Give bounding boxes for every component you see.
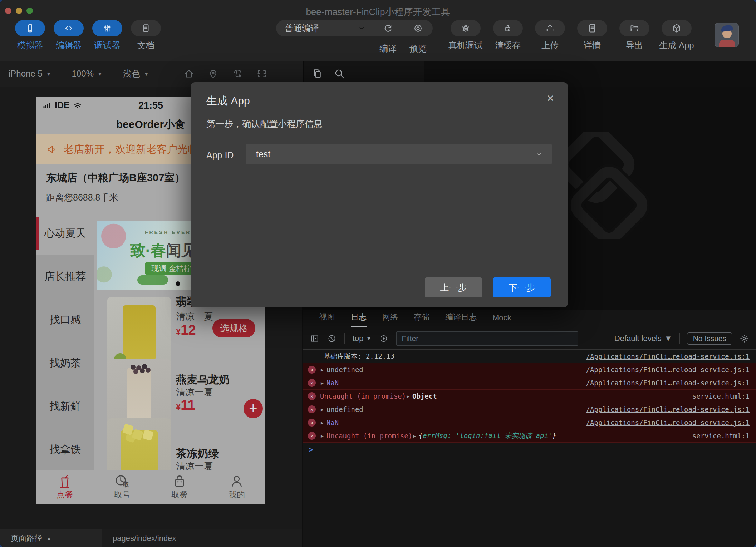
sidebar-item-category[interactable]: 找奶茶 bbox=[36, 341, 94, 385]
search-icon[interactable] bbox=[334, 68, 345, 79]
copy-page-icon[interactable] bbox=[311, 68, 323, 79]
phone-tab-bar: 点餐取取号取餐我的 bbox=[36, 470, 265, 504]
folder-icon bbox=[629, 23, 639, 33]
finclip-logo-watermark bbox=[556, 132, 649, 239]
zoom-select[interactable]: 100%▼ bbox=[72, 69, 103, 79]
previous-step-button[interactable]: 上一步 bbox=[425, 277, 482, 297]
product-desc: 清凉一夏 bbox=[176, 310, 213, 323]
context-select[interactable]: top▼ bbox=[353, 334, 371, 343]
console-row: ✕▶NaN/Applications/FinCli…reload-service… bbox=[303, 376, 756, 390]
device-select[interactable]: iPhone 5▼ bbox=[9, 69, 51, 79]
toolbar-bug-button[interactable]: 真机调试 bbox=[449, 20, 482, 51]
expand-caret-icon[interactable]: ▶ bbox=[321, 407, 324, 412]
log-text: 基础库版本: 2.12.13 bbox=[324, 352, 394, 361]
toolbar-doc-button[interactable]: 文档 bbox=[129, 20, 162, 51]
app-id-label: App ID bbox=[206, 150, 234, 161]
compile-button[interactable] bbox=[373, 20, 403, 36]
console-tab[interactable]: 日志 bbox=[351, 312, 367, 327]
clear-console-icon[interactable] bbox=[327, 334, 337, 343]
log-levels-select[interactable]: Default levels▼ bbox=[614, 334, 672, 343]
dock-panel-icon[interactable] bbox=[310, 334, 319, 343]
home-icon[interactable] bbox=[183, 68, 194, 79]
next-step-button[interactable]: 下一步 bbox=[493, 277, 551, 297]
error-icon: ✕ bbox=[308, 419, 316, 427]
scan-icon[interactable] bbox=[256, 68, 267, 79]
sidebar-item-category[interactable]: 找口感 bbox=[36, 298, 94, 341]
location-icon[interactable] bbox=[208, 68, 219, 79]
app-id-select[interactable]: test bbox=[246, 144, 552, 164]
toolbar-phone-label: 模拟器 bbox=[17, 40, 43, 51]
gear-icon[interactable] bbox=[740, 334, 749, 343]
expand-caret-icon[interactable]: ▶ bbox=[407, 394, 409, 399]
source-link[interactable]: service.html:1 bbox=[684, 392, 750, 400]
expand-caret-icon[interactable]: ▶ bbox=[321, 367, 324, 373]
choose-spec-button[interactable]: 选规格 bbox=[212, 319, 255, 337]
detail-icon bbox=[587, 23, 597, 33]
toolbar-code-button[interactable]: 编辑器 bbox=[52, 20, 85, 51]
compile-label: 编译 bbox=[379, 43, 397, 54]
sidebar-item-category[interactable]: 找拿铁 bbox=[36, 428, 94, 471]
theme-select[interactable]: 浅色▼ bbox=[123, 68, 149, 79]
add-item-button[interactable]: + bbox=[244, 399, 263, 418]
toolbar-upload-label: 上传 bbox=[541, 40, 559, 51]
expand-caret-icon[interactable]: ▶ bbox=[321, 420, 324, 425]
console-tab[interactable]: Mock bbox=[492, 313, 511, 327]
bug-icon bbox=[461, 23, 471, 33]
clock-icon: 取 bbox=[115, 474, 129, 488]
tab-user[interactable]: 我的 bbox=[208, 470, 265, 504]
toolbar-detail-label: 详情 bbox=[584, 40, 601, 51]
toolbar-upload-button[interactable]: 上传 bbox=[534, 20, 566, 51]
expand-caret-icon[interactable]: ▶ bbox=[413, 433, 416, 439]
source-link[interactable]: /Applications/FinCli…reload-service.js:1 bbox=[577, 366, 750, 374]
window-title: bee-master-FinClip小程序开发工具 bbox=[0, 6, 756, 18]
log-text: NaN bbox=[327, 379, 339, 387]
toolbar-phone-button[interactable]: 模拟器 bbox=[14, 20, 46, 51]
no-issues-button[interactable]: No Issues bbox=[687, 332, 732, 345]
product-desc: 清凉一夏 bbox=[176, 460, 213, 470]
dialog-title: 生成 App bbox=[206, 94, 250, 108]
toolbar-detail-button[interactable]: 详情 bbox=[576, 20, 609, 51]
console-tab[interactable]: 网络 bbox=[382, 312, 398, 327]
toolbar-cube-button[interactable]: 生成 App bbox=[660, 20, 693, 51]
tab-drink[interactable]: 点餐 bbox=[36, 470, 93, 504]
toolbar-folder-label: 导出 bbox=[626, 40, 643, 51]
carousel-dot bbox=[176, 281, 180, 286]
console-row: ✕▶undefined/Applications/FinCli…reload-s… bbox=[303, 403, 756, 416]
product-name: 茶冻奶绿 bbox=[176, 447, 219, 461]
compile-mode-select[interactable]: 普通编译 bbox=[276, 20, 373, 36]
toolbar-sliders-button[interactable]: 调试器 bbox=[91, 20, 124, 51]
toolbar-folder-button[interactable]: 导出 bbox=[618, 20, 651, 51]
expand-caret-icon[interactable]: ▶ bbox=[321, 433, 324, 439]
log-text: NaN bbox=[327, 419, 339, 427]
tab-bag[interactable]: 取餐 bbox=[151, 470, 208, 504]
source-link[interactable]: /Applications/FinCli…reload-service.js:1 bbox=[577, 419, 750, 427]
drink-icon bbox=[58, 474, 72, 488]
toolbar-broom-button[interactable]: 清缓存 bbox=[491, 20, 524, 51]
generate-app-dialog: 生成 App ✕ 第一步，确认配置小程序信息 App ID test 上一步 下… bbox=[191, 82, 568, 307]
close-icon[interactable]: ✕ bbox=[546, 93, 554, 104]
sidebar-item-category[interactable]: 店长推荐 bbox=[36, 255, 94, 298]
error-icon: ✕ bbox=[308, 405, 316, 413]
source-link[interactable]: service.html:1 bbox=[684, 432, 750, 440]
page-path-toggle[interactable]: 页面路径▲ bbox=[0, 529, 102, 547]
console-tab[interactable]: 视图 bbox=[319, 312, 335, 327]
console-filter-input[interactable] bbox=[396, 331, 578, 346]
dialog-step-text: 第一步，确认配置小程序信息 bbox=[206, 118, 323, 130]
source-link[interactable]: /Applications/FinCli…reload-service.js:1 bbox=[577, 405, 750, 413]
sidebar-item-category[interactable]: 心动夏天 bbox=[36, 212, 94, 255]
preview-button[interactable] bbox=[403, 20, 433, 36]
rotate-device-icon[interactable] bbox=[232, 68, 243, 79]
source-link[interactable]: /Applications/FinCli…reload-service.js:1 bbox=[577, 379, 750, 387]
eye-icon[interactable] bbox=[379, 334, 388, 343]
product-price: ¥12 bbox=[176, 322, 196, 338]
tab-clock[interactable]: 取取号 bbox=[93, 470, 151, 504]
expand-caret-icon[interactable]: ▶ bbox=[321, 380, 324, 386]
sidebar-item-category[interactable]: 找新鲜 bbox=[36, 385, 94, 428]
source-link[interactable]: /Applications/FinCli…reload-service.js:1 bbox=[577, 353, 750, 360]
error-icon: ✕ bbox=[308, 379, 316, 387]
console-tab[interactable]: 存储 bbox=[414, 312, 429, 327]
preview-label: 预览 bbox=[409, 43, 427, 54]
user-avatar[interactable] bbox=[715, 23, 739, 47]
console-prompt[interactable]: > bbox=[303, 443, 756, 456]
console-tab[interactable]: 编译日志 bbox=[445, 312, 477, 327]
